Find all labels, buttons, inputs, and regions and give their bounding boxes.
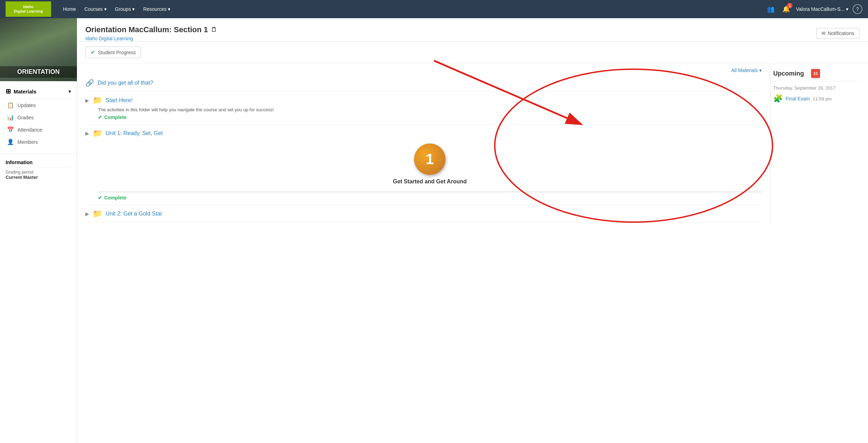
course-image: ORIENTATION [0,18,77,81]
upcoming-calendar-icon[interactable]: 15 [811,69,820,78]
folder-start-here-desc: The activities in this folder will help … [98,107,762,112]
attendance-icon: 📅 [7,126,14,133]
user-menu[interactable]: Valora MacCallum-S... ▾ [796,6,848,12]
groups-chevron-icon: ▾ [132,6,135,12]
folder-unit1-header[interactable]: ▶ 📁 Unit 1: Ready, Set, Get [85,129,762,138]
nav-links: Home Courses ▾ Groups ▾ Resources ▾ [59,4,757,14]
logo-line1: Idaho [14,5,43,9]
puzzle-icon: 🧩 [773,94,783,103]
chain-link-icon: 🔗 [85,79,94,87]
link-text-did-you-get[interactable]: Did you get all of that? [98,80,153,86]
folder-unit2: ▶ 📁 Unit 2: Get a Gold Star [85,205,762,223]
folder-unit1-arrow: ▶ [85,131,89,136]
materials-header: All Materials ▾ [85,63,762,75]
users-icon-btn[interactable]: 👥 [765,3,776,15]
info-title: Information [6,160,71,165]
folder-start-here-arrow: ▶ [85,98,89,103]
upcoming-panel: Upcoming · 15 Thursday, September 28, 20… [770,63,868,223]
nav-groups[interactable]: Groups ▾ [112,4,138,14]
materials-grid-icon: ⊞ [6,87,11,95]
nav-right: 👥 🔔 1 Valora MacCallum-S... ▾ ? [765,3,862,15]
course-header: Orientation MacCallum: Section 1 🗒 Idaho… [77,18,868,42]
sidebar-nav: ⊞ Materials ▾ 📋 Updates 📊 Grades 📅 Atten… [0,81,77,151]
grading-period-label: Grading period [6,170,71,175]
course-subtitle[interactable]: Idaho Digital Learning [85,36,217,41]
complete-check-icon: ✔ [98,114,102,120]
folder-start-here: ▶ 📁 Start Here! The activities in this f… [85,92,762,125]
main-layout: ORIENTATION ⊞ Materials ▾ 📋 Updates 📊 Gr… [0,18,868,443]
upcoming-cal-number: 15 [813,71,818,76]
sidebar-item-grades[interactable]: 📊 Grades [0,111,77,124]
users-icon: 👥 [767,5,775,13]
resources-chevron-icon: ▾ [168,6,170,12]
folder-unit2-arrow: ▶ [85,211,89,217]
folder-unit1-complete: ✔ Complete [98,195,762,201]
course-title-text: Orientation MacCallum: Section 1 [85,25,208,34]
grades-icon: 📊 [7,114,14,121]
notifications-button[interactable]: ✉ Notifications [816,28,860,38]
logo-line2: Digital Learning [14,9,43,14]
student-progress-button[interactable]: ✔ Student Progress [85,47,141,58]
upcoming-dot: · [807,71,808,76]
members-icon: 👤 [7,139,14,145]
folder-unit1-title: Unit 1: Ready, Set, Get [106,130,163,136]
materials-chevron-icon: ▾ [69,89,71,94]
link-item-did-you-get: 🔗 Did you get all of that? [85,75,762,92]
notifications-icon-btn[interactable]: 🔔 1 [781,3,792,15]
folder-start-here-complete: ✔ Complete [98,114,762,120]
upcoming-item-final-exam: 🧩 Final Exam 11:59 pm [773,94,862,103]
course-title: Orientation MacCallum: Section 1 🗒 [85,25,217,34]
course-title-area: Orientation MacCallum: Section 1 🗒 Idaho… [85,25,217,41]
unit1-divider [98,192,762,192]
progress-bar-area: ✔ Student Progress [77,42,868,63]
unit1-label: Get Started and Get Around [393,178,467,185]
course-image-label: ORIENTATION [14,65,62,78]
sidebar-item-members[interactable]: 👤 Members [0,136,77,148]
materials-list: All Materials ▾ 🔗 Did you get all of tha… [77,63,770,223]
upcoming-date: Thursday, September 28, 2017 [773,85,862,91]
check-icon: ✔ [91,49,95,56]
main-content: All Materials ▾ 🔗 Did you get all of tha… [77,63,868,223]
materials-section-header[interactable]: ⊞ Materials ▾ [0,84,77,99]
folder-unit2-header[interactable]: ▶ 📁 Unit 2: Get a Gold Star [85,209,762,218]
help-label: ? [856,6,859,12]
folder-start-here-title: Start Here! [106,97,133,104]
courses-chevron-icon: ▾ [104,6,107,12]
unit1-ball[interactable]: 1 [414,143,446,175]
nav-courses[interactable]: Courses ▾ [81,4,110,14]
materials-title: ⊞ Materials [6,87,36,95]
top-navigation: Idaho Digital Learning Home Courses ▾ Gr… [0,0,868,18]
content-area: Orientation MacCallum: Section 1 🗒 Idaho… [77,18,868,443]
grading-period-value: Current Master [6,175,71,180]
folder-start-here-header[interactable]: ▶ 📁 Start Here! [85,96,762,105]
mail-icon: ✉ [821,30,826,36]
nav-resources[interactable]: Resources ▾ [140,4,174,14]
all-materials-chevron-icon: ▾ [759,68,762,73]
notifications-badge: 1 [787,3,792,8]
folder-start-here-icon: 📁 [93,96,102,105]
folder-unit2-title: Unit 2: Get a Gold Star [106,211,162,217]
all-materials-button[interactable]: All Materials ▾ [731,68,762,73]
sidebar-item-attendance[interactable]: 📅 Attendance [0,124,77,136]
upcoming-item-time: 11:59 pm [813,96,832,101]
upcoming-item-text: Final Exam 11:59 pm [785,96,832,101]
folder-unit1-icon: 📁 [93,129,102,138]
upcoming-title: Upcoming [773,70,804,77]
upcoming-item-link[interactable]: Final Exam [785,96,810,101]
user-name-label: Valora MacCallum-S... [796,6,845,12]
help-button[interactable]: ? [853,4,862,14]
sidebar-item-updates[interactable]: 📋 Updates [0,99,77,111]
nav-home[interactable]: Home [59,4,79,14]
folder-unit2-icon: 📁 [93,209,102,218]
unit1-complete-check-icon: ✔ [98,195,102,201]
logo[interactable]: Idaho Digital Learning [6,1,51,17]
upcoming-header: Upcoming · 15 [773,69,862,81]
sidebar: ORIENTATION ⊞ Materials ▾ 📋 Updates 📊 Gr… [0,18,77,443]
unit1-ball-container: 1 Get Started and Get Around [85,138,762,188]
updates-icon: 📋 [7,102,14,108]
info-section: Information Grading period Current Maste… [0,154,77,185]
course-title-doc-icon: 🗒 [211,26,217,34]
user-chevron-icon: ▾ [846,6,848,12]
folder-unit1: ▶ 📁 Unit 1: Ready, Set, Get 1 Get Starte… [85,125,762,205]
